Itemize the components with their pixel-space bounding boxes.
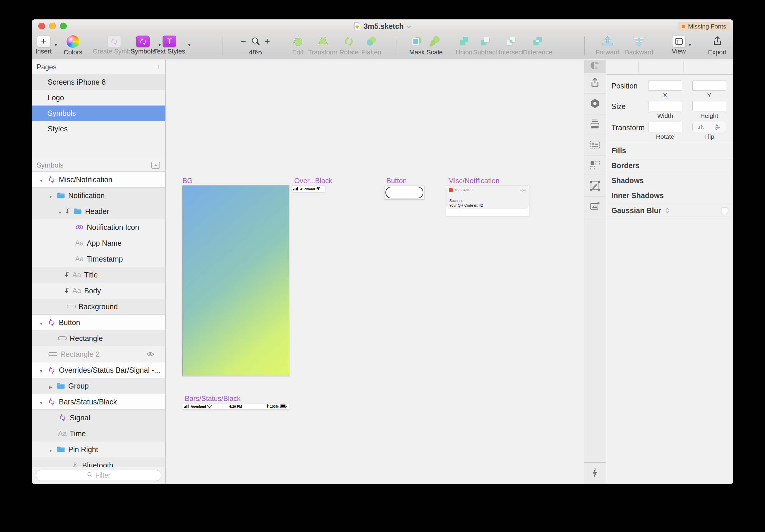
disclosure-triangle[interactable]: [48, 191, 54, 200]
disclosure-triangle[interactable]: [38, 175, 44, 184]
artboard-label-over[interactable]: Over...Black: [294, 177, 332, 185]
canvas[interactable]: BG Over...Black Auenland Button Misc/Not…: [166, 60, 584, 484]
layer-row-background[interactable]: Background: [32, 299, 165, 315]
toolbar-item-mask[interactable]: ▾ Mask: [409, 35, 425, 56]
align-icon[interactable]: [686, 63, 694, 71]
plugin-cell[interactable]: [584, 73, 606, 94]
filter-input[interactable]: Filter: [36, 470, 161, 481]
plugin-cell[interactable]: [584, 114, 606, 135]
toolbar-item-colors[interactable]: ▾ Colors: [64, 35, 82, 56]
align-icon[interactable]: [701, 63, 709, 71]
layer-row-title[interactable]: Aa Title: [32, 267, 165, 283]
layer-row-overrides[interactable]: Overrides/Status Bar/Signal -...: [32, 362, 165, 378]
zoom-in-button[interactable]: +: [265, 37, 270, 46]
align-icon[interactable]: [673, 63, 682, 71]
toolbar-item-zoom[interactable]: −+ ▾ 48%: [241, 35, 270, 56]
disclosure-triangle[interactable]: [48, 382, 54, 390]
bolt-icon[interactable]: [591, 466, 599, 480]
toolbar-item-view[interactable]: ▾ View: [672, 35, 686, 55]
toolbar-item-scale[interactable]: ▾ Scale: [426, 35, 442, 56]
layer-row-timestamp[interactable]: Aa Timestamp: [32, 251, 165, 267]
plugin-cell[interactable]: [584, 176, 606, 197]
minimize-button[interactable]: [49, 23, 56, 29]
rotate-field[interactable]: [648, 122, 682, 132]
layer-row-header[interactable]: Header: [32, 203, 165, 219]
artboard-misc-notification[interactable]: MESSAGES now Success Your QR Code is: 42: [446, 186, 529, 216]
artboard-label-bg[interactable]: BG: [183, 177, 193, 185]
style-section[interactable]: Gaussian Blur: [606, 203, 733, 218]
blur-checkbox[interactable]: [721, 207, 728, 214]
layer-row-misc-notification[interactable]: Misc/Notification: [32, 172, 165, 187]
toolbar-item-create-symbol[interactable]: ▾ Create Symbol: [93, 35, 136, 55]
style-section[interactable]: Shadows: [606, 173, 733, 188]
width-field[interactable]: [648, 101, 682, 111]
artboard-label-button[interactable]: Button: [386, 177, 406, 185]
toolbar-item-union[interactable]: ▾ Union: [455, 35, 472, 56]
style-section[interactable]: Borders: [606, 158, 733, 173]
missing-fonts-badge[interactable]: Missing Fonts: [678, 22, 730, 31]
toolbar-item-subtract[interactable]: ▾ Subtract: [473, 35, 497, 56]
toolbar-item-backward[interactable]: ▾ Backward: [625, 35, 653, 56]
plugin-cell[interactable]: [584, 155, 606, 176]
artboard-bg[interactable]: [183, 185, 289, 376]
layer-row-bars-status-black[interactable]: Bars/Status/Black: [32, 394, 165, 410]
plugin-cell[interactable]: [584, 135, 606, 155]
plugin-cell[interactable]: [584, 197, 606, 217]
chevron-down-icon[interactable]: [406, 24, 411, 29]
toolbar-item-rotate[interactable]: ▾ Rotate: [340, 35, 359, 56]
symbols-page-icon[interactable]: [151, 161, 161, 169]
toolbar-item-flatten[interactable]: ▾ Flatten: [361, 35, 381, 56]
layer-row-body[interactable]: Aa Body: [32, 283, 165, 299]
artboard-label-misc[interactable]: Misc/Notification: [448, 177, 499, 185]
disclosure-triangle[interactable]: [38, 366, 44, 375]
artboard-label-bars[interactable]: Bars/Status/Black: [185, 395, 240, 403]
layer-row-pin-right[interactable]: Pin Right: [32, 441, 165, 457]
layer-row-app-name[interactable]: Aa App Name: [32, 235, 165, 251]
toolbar-item-symbols[interactable]: ▾ Symbols: [131, 35, 155, 55]
toolbar-item-insert[interactable]: + ▾ Insert: [35, 35, 52, 55]
zoom-window-button[interactable]: [60, 23, 67, 29]
layer-row-time[interactable]: Aa Time: [32, 425, 165, 441]
layer-row-button-symbol[interactable]: Button: [32, 315, 165, 330]
layer-row-bluetooth[interactable]: Bluetooth: [32, 457, 165, 467]
eye-icon[interactable]: [147, 352, 154, 357]
align-icon[interactable]: [659, 63, 667, 71]
toolbar-item-difference[interactable]: ▾ Difference: [523, 35, 552, 56]
artboard-over-black[interactable]: Auenland: [292, 186, 325, 192]
stepper-icon[interactable]: [665, 207, 669, 214]
artboard-bars-status-black[interactable]: Auenland 4:20 PM 100%: [183, 403, 289, 409]
toolbar-item-edit[interactable]: ▾ Edit: [292, 35, 304, 56]
toolbar-item-transform[interactable]: ▾ Transform: [308, 35, 337, 56]
toolbar-item-export[interactable]: ▾ Export: [708, 35, 727, 56]
layer-row-rectangle[interactable]: Rectangle: [32, 330, 165, 346]
toolbar-item-text-styles[interactable]: T ▾ Text Styles: [154, 35, 185, 55]
layer-row-rectangle-2[interactable]: Rectangle 2: [32, 346, 165, 362]
style-section[interactable]: Inner Shadows: [606, 188, 733, 203]
flip-vertical-button[interactable]: [709, 122, 726, 132]
flip-horizontal-button[interactable]: [693, 122, 709, 132]
close-button[interactable]: [38, 23, 45, 29]
page-row-styles[interactable]: Styles: [32, 121, 165, 137]
zoom-out-button[interactable]: −: [241, 37, 246, 46]
align-icon[interactable]: [717, 63, 726, 71]
disclosure-triangle[interactable]: [57, 207, 63, 216]
artboard-button[interactable]: [384, 186, 424, 199]
layer-row-group[interactable]: Group: [32, 378, 165, 394]
disclosure-triangle[interactable]: [38, 398, 44, 406]
layer-row-notification-icon[interactable]: Notification Icon: [32, 219, 165, 235]
position-x-field[interactable]: [648, 81, 682, 91]
position-y-field[interactable]: [692, 81, 726, 91]
toolbar-item-forward[interactable]: ▾ Forward: [596, 35, 620, 56]
page-row-symbols[interactable]: Symbols: [32, 106, 165, 121]
plugin-cell[interactable]: [584, 94, 606, 114]
align-icon[interactable]: [608, 63, 616, 71]
disclosure-triangle[interactable]: [38, 318, 44, 327]
document-title-group[interactable]: 3m5.sketch: [354, 22, 411, 31]
layer-row-notification[interactable]: Notification: [32, 187, 165, 203]
style-section[interactable]: Fills: [606, 143, 733, 158]
disclosure-triangle[interactable]: [48, 445, 54, 454]
height-field[interactable]: [692, 101, 726, 111]
page-row-logo[interactable]: Logo: [32, 90, 165, 106]
add-page-button[interactable]: +: [155, 63, 161, 72]
plugin-tab[interactable]: [584, 60, 606, 73]
